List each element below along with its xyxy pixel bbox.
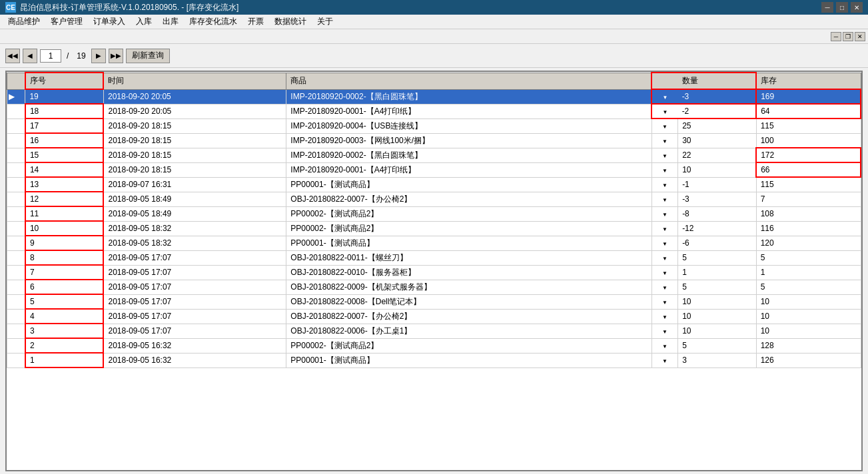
cell-time: 2018-09-05 16:32 [103, 338, 286, 353]
cell-dropdown-arrow[interactable]: ▼ [651, 280, 677, 294]
cell-dropdown-arrow[interactable]: ▼ [651, 309, 677, 324]
table-row[interactable]: 182018-09-20 20:05IMP-20180920-0001-【A4打… [7, 104, 861, 118]
row-indicator: ▶ [7, 89, 25, 104]
cell-dropdown-arrow[interactable]: ▼ [651, 353, 677, 367]
window-title: 昆泊信息科技-订单管理系统-V.1.0.20180905. - [库存变化流水] [20, 2, 238, 13]
table-row[interactable]: 12018-09-05 16:32PP00001-【测试商品】▼3126 [7, 353, 861, 367]
cell-product: PP00002-【测试商品2】 [286, 206, 652, 221]
row-indicator [7, 133, 25, 148]
cell-dropdown-arrow[interactable]: ▼ [651, 133, 677, 148]
cell-dropdown-arrow[interactable]: ▼ [651, 338, 677, 353]
cell-dropdown-arrow[interactable]: ▼ [651, 250, 677, 265]
col-id: 序号 [25, 73, 104, 89]
cell-time: 2018-09-20 18:15 [103, 118, 286, 133]
cell-dropdown-arrow[interactable]: ▼ [651, 118, 677, 133]
page-total: 19 [74, 51, 88, 61]
row-indicator [7, 206, 25, 221]
cell-id: 16 [25, 133, 104, 148]
cell-product: PP00002-【测试商品2】 [286, 338, 652, 353]
cell-id: 8 [25, 250, 104, 265]
cell-dropdown-arrow[interactable]: ▼ [651, 177, 677, 192]
menu-invoice[interactable]: 开票 [242, 15, 269, 29]
cell-dropdown-arrow[interactable]: ▼ [651, 162, 677, 177]
cell-dropdown-arrow[interactable]: ▼ [651, 324, 677, 338]
row-indicator [7, 353, 25, 367]
menu-product[interactable]: 商品维护 [3, 15, 45, 29]
cell-id: 3 [25, 324, 104, 338]
close-button[interactable]: ✕ [851, 2, 863, 13]
cell-stock: 172 [756, 148, 861, 162]
app-icon: CE [5, 2, 16, 13]
row-indicator [7, 309, 25, 324]
table-row[interactable]: 142018-09-20 18:15IMP-20180920-0001-【A4打… [7, 162, 861, 177]
table-row[interactable]: 152018-09-20 18:15IMP-20180920-0002-【黑白圆… [7, 148, 861, 162]
cell-dropdown-arrow[interactable]: ▼ [651, 192, 677, 206]
cell-stock: 169 [756, 89, 861, 104]
table-row[interactable]: 62018-09-05 17:07OBJ-20180822-0009-【机架式服… [7, 280, 861, 294]
menu-outstock[interactable]: 出库 [157, 15, 184, 29]
table-row[interactable]: 112018-09-05 18:49PP00002-【测试商品2】▼-8108 [7, 206, 861, 221]
row-indicator [7, 236, 25, 250]
cell-product: PP00001-【测试商品】 [286, 353, 652, 367]
cell-stock: 1 [756, 265, 861, 280]
minimize-button[interactable]: ─ [821, 2, 833, 13]
cell-dropdown-arrow[interactable]: ▼ [651, 104, 677, 118]
table-row[interactable]: 32018-09-05 17:07OBJ-20180822-0006-【办工桌1… [7, 324, 861, 338]
table-row[interactable]: 102018-09-05 18:32PP00002-【测试商品2】▼-12116 [7, 221, 861, 236]
cell-stock: 10 [756, 294, 861, 309]
inner-minimize-button[interactable]: ─ [831, 32, 841, 41]
cell-dropdown-arrow[interactable]: ▼ [651, 236, 677, 250]
inner-close-button[interactable]: ✕ [855, 32, 865, 41]
table-row[interactable]: 22018-09-05 16:32PP00002-【测试商品2】▼5128 [7, 338, 861, 353]
table-row[interactable]: 122018-09-05 18:49OBJ-20180822-0007-【办公椅… [7, 192, 861, 206]
menu-about[interactable]: 关于 [312, 15, 338, 29]
refresh-button[interactable]: 刷新查询 [126, 49, 170, 63]
cell-dropdown-arrow[interactable]: ▼ [651, 221, 677, 236]
cell-dropdown-arrow[interactable]: ▼ [651, 89, 677, 104]
menu-order[interactable]: 订单录入 [88, 15, 131, 29]
col-qty-arrow [651, 73, 677, 89]
cell-dropdown-arrow[interactable]: ▼ [651, 148, 677, 162]
menu-inventory[interactable]: 库存变化流水 [184, 15, 242, 29]
cell-dropdown-arrow[interactable]: ▼ [651, 294, 677, 309]
cell-id: 7 [25, 265, 104, 280]
cell-stock: 5 [756, 280, 861, 294]
menu-statistics[interactable]: 数据统计 [269, 15, 312, 29]
cell-qty: 3 [678, 353, 757, 367]
inner-restore-button[interactable]: ❐ [843, 32, 853, 41]
table-row[interactable]: 162018-09-20 18:15IMP-20180920-0003-【网线1… [7, 133, 861, 148]
col-indicator [7, 73, 25, 89]
menu-customer[interactable]: 客户管理 [45, 15, 88, 29]
cell-dropdown-arrow[interactable]: ▼ [651, 265, 677, 280]
maximize-button[interactable]: □ [836, 2, 848, 13]
page-number-input[interactable] [40, 49, 61, 63]
cell-time: 2018-09-20 20:05 [103, 89, 286, 104]
cell-qty: -12 [678, 221, 757, 236]
menu-instock[interactable]: 入库 [131, 15, 157, 29]
table-row[interactable]: 72018-09-05 17:07OBJ-20180822-0010-【服务器柜… [7, 265, 861, 280]
table-row[interactable]: 82018-09-05 17:07OBJ-20180822-0011-【螺丝刀】… [7, 250, 861, 265]
cell-product: IMP-20180920-0003-【网线100米/捆】 [286, 133, 652, 148]
title-bar: CE 昆泊信息科技-订单管理系统-V.1.0.20180905. - [库存变化… [0, 0, 868, 15]
table-row[interactable]: 52018-09-05 17:07OBJ-20180822-0008-【Dell… [7, 294, 861, 309]
next-page-button[interactable]: ▶ [91, 49, 106, 63]
first-page-button[interactable]: ◀◀ [5, 49, 20, 63]
cell-time: 2018-09-07 16:31 [103, 177, 286, 192]
cell-qty: 5 [678, 250, 757, 265]
last-page-button[interactable]: ▶▶ [109, 49, 123, 63]
table-row[interactable]: 92018-09-05 18:32PP00001-【测试商品】▼-6120 [7, 236, 861, 250]
cell-dropdown-arrow[interactable]: ▼ [651, 206, 677, 221]
table-row[interactable]: 172018-09-20 18:15IMP-20180920-0004-【USB… [7, 118, 861, 133]
table-row[interactable]: ▶192018-09-20 20:05IMP-20180920-0002-【黑白… [7, 89, 861, 104]
cell-id: 11 [25, 206, 104, 221]
cell-id: 1 [25, 353, 104, 367]
row-indicator [7, 294, 25, 309]
cell-id: 15 [25, 148, 104, 162]
cell-stock: 126 [756, 353, 861, 367]
table-row[interactable]: 42018-09-05 17:07OBJ-20180822-0007-【办公椅2… [7, 309, 861, 324]
cell-time: 2018-09-20 18:15 [103, 162, 286, 177]
cell-product: IMP-20180920-0002-【黑白圆珠笔】 [286, 89, 652, 104]
table-row[interactable]: 132018-09-07 16:31PP00001-【测试商品】▼-1115 [7, 177, 861, 192]
prev-page-button[interactable]: ◀ [23, 49, 37, 63]
cell-qty: -3 [678, 192, 757, 206]
